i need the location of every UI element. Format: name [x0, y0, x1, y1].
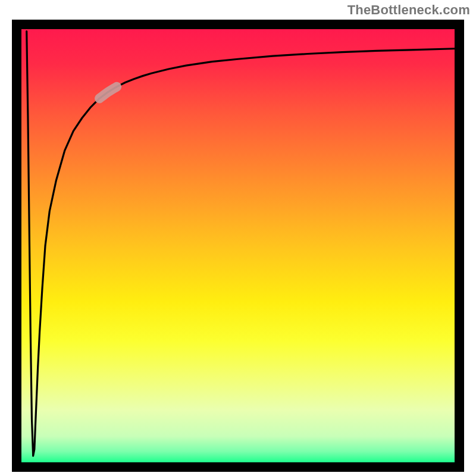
bottleneck-chart: [0, 0, 476, 476]
attribution-label: TheBottleneck.com: [347, 2, 470, 18]
chart-background: [21, 29, 455, 462]
